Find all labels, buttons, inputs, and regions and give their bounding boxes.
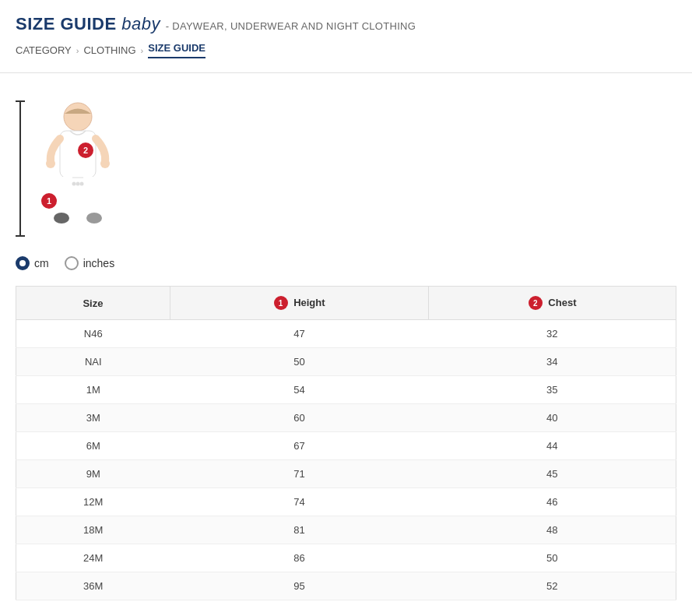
cell-chest: 34 [429, 348, 676, 376]
inches-option[interactable]: inches [65, 256, 114, 270]
cell-height: 71 [170, 460, 428, 488]
cell-height: 60 [170, 404, 428, 432]
table-row: 3M 60 40 [16, 404, 676, 432]
table-row: 6M 67 44 [16, 432, 676, 460]
cell-chest: 32 [429, 320, 676, 348]
cell-size: 9M [16, 460, 170, 488]
baby-illustration: 1 2 [35, 100, 121, 238]
col-chest: 2 Chest [429, 287, 676, 320]
unit-toggle: cm inches [16, 256, 676, 270]
cell-size: 36M [16, 572, 170, 600]
title-main: SIZE GUIDE [16, 14, 117, 33]
svg-point-5 [86, 213, 102, 224]
table-row: 24M 86 50 [16, 544, 676, 572]
cm-radio-dot [19, 260, 26, 266]
svg-point-0 [64, 103, 92, 131]
baby-figure: 1 2 [16, 97, 125, 241]
cm-radio[interactable] [16, 256, 30, 270]
size-table: Size 1 Height 2 Chest N46 47 32 NAI 50 3… [16, 286, 676, 600]
cell-height: 47 [170, 320, 428, 348]
table-row: 36M 95 52 [16, 572, 676, 600]
svg-point-3 [100, 159, 110, 168]
cell-height: 95 [170, 572, 428, 600]
breadcrumb-size-guide[interactable]: SIZE GUIDE [148, 42, 205, 58]
col-size: Size [16, 287, 170, 320]
svg-point-6 [72, 181, 76, 185]
breadcrumb: CATEGORY › CLOTHING › SIZE GUIDE [16, 42, 676, 65]
cm-label: cm [34, 257, 49, 269]
cell-chest: 50 [429, 544, 676, 572]
breadcrumb-sep-2: › [141, 46, 144, 55]
breadcrumb-clothing[interactable]: CLOTHING [83, 44, 135, 56]
cell-chest: 48 [429, 516, 676, 544]
table-row: 1M 54 35 [16, 376, 676, 404]
content-area: 1 2 cm inches Size 1 [0, 73, 692, 616]
table-row: 12M 74 46 [16, 488, 676, 516]
title-desc: - DAYWEAR, UNDERWEAR AND NIGHT CLOTHING [166, 20, 416, 32]
cell-height: 54 [170, 376, 428, 404]
cell-chest: 40 [429, 404, 676, 432]
inches-radio[interactable] [65, 256, 79, 270]
svg-point-8 [80, 181, 84, 185]
illustration-section: 1 2 [16, 97, 676, 241]
cell-chest: 35 [429, 376, 676, 404]
table-row: 18M 81 48 [16, 516, 676, 544]
cell-size: 18M [16, 516, 170, 544]
cell-height: 81 [170, 516, 428, 544]
cell-height: 67 [170, 432, 428, 460]
breadcrumb-category[interactable]: CATEGORY [16, 44, 72, 56]
table-row: NAI 50 34 [16, 348, 676, 376]
cell-size: 1M [16, 376, 170, 404]
table-body: N46 47 32 NAI 50 34 1M 54 35 3M 60 40 6M… [16, 320, 676, 600]
cell-height: 86 [170, 544, 428, 572]
col-height: 1 Height [170, 287, 428, 320]
height-badge: 1 [274, 296, 288, 310]
svg-point-2 [46, 159, 55, 168]
height-line-bar [19, 102, 21, 235]
page-header: SIZE GUIDE baby - DAYWEAR, UNDERWEAR AND… [0, 0, 692, 73]
table-row: 9M 71 45 [16, 460, 676, 488]
cell-size: 24M [16, 544, 170, 572]
cell-size: 6M [16, 432, 170, 460]
table-header-row: Size 1 Height 2 Chest [16, 287, 676, 320]
title-sub: baby [121, 14, 160, 33]
cell-chest: 46 [429, 488, 676, 516]
cell-chest: 52 [429, 572, 676, 600]
svg-point-4 [54, 213, 69, 224]
cell-height: 50 [170, 348, 428, 376]
cell-size: NAI [16, 348, 170, 376]
chest-badge: 2 [529, 296, 543, 310]
page-title: SIZE GUIDE baby - DAYWEAR, UNDERWEAR AND… [16, 14, 676, 34]
svg-point-7 [76, 181, 80, 185]
cell-size: 12M [16, 488, 170, 516]
cell-size: N46 [16, 320, 170, 348]
table-row: N46 47 32 [16, 320, 676, 348]
breadcrumb-sep-1: › [76, 46, 79, 55]
cm-option[interactable]: cm [16, 256, 49, 270]
cell-chest: 44 [429, 432, 676, 460]
height-line-bottom [16, 235, 25, 237]
cell-chest: 45 [429, 460, 676, 488]
cell-height: 74 [170, 488, 428, 516]
height-measurement-line [19, 100, 21, 237]
badge-height: 1 [41, 193, 57, 209]
cell-size: 3M [16, 404, 170, 432]
badge-chest: 2 [78, 143, 93, 158]
inches-label: inches [83, 257, 114, 269]
